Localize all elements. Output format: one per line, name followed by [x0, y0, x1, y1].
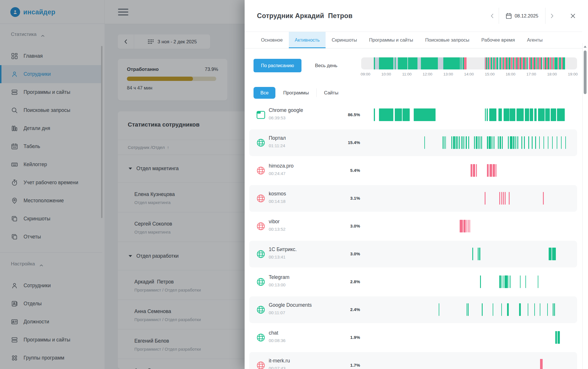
timeline-segment	[529, 57, 531, 69]
timeline-segment	[485, 57, 486, 69]
timeline-segment	[500, 57, 501, 69]
filter-sites-button[interactable]: Сайты	[317, 87, 346, 99]
tab-screenshots[interactable]: Скриншоты	[326, 32, 363, 48]
filter-programs-button[interactable]: Программы	[276, 87, 316, 99]
mode-whole-day-button[interactable]: Весь день	[315, 59, 337, 72]
app-timeline-segment	[557, 108, 565, 121]
app-timeline-segment	[545, 108, 550, 121]
app-timeline-segment	[442, 136, 443, 149]
tab-agents[interactable]: Агенты	[521, 32, 548, 48]
app-activity-row[interactable]: Chrome google06:39:5386.5%	[245, 101, 582, 129]
day-activity-timeline[interactable]	[361, 57, 577, 69]
mode-by-schedule-button[interactable]: По расписанию	[254, 59, 301, 72]
app-timeline-segment	[508, 136, 509, 149]
timeline-segment	[523, 57, 525, 69]
app-timeline-segment	[482, 303, 482, 316]
app-activity-row[interactable]: vibor00:13:523.0%	[245, 212, 582, 240]
timeline-segment	[506, 57, 508, 69]
app-timeline-segment	[489, 136, 491, 149]
timeline-tick-label: 17:00	[526, 72, 536, 76]
app-timeline-segment	[552, 136, 553, 149]
globe-icon	[256, 250, 265, 259]
timeline-segment	[501, 57, 502, 69]
timeline-segment	[508, 57, 509, 69]
app-timeline-segment	[499, 192, 500, 205]
app-timeline-segment	[424, 136, 425, 149]
timeline-segment	[552, 57, 553, 69]
filter-all-button[interactable]: Все	[254, 87, 275, 99]
scrollbar-thumb[interactable]	[584, 51, 587, 94]
app-usage-time: 00:13:52	[269, 227, 285, 232]
app-timeline-segment	[502, 136, 503, 149]
app-timeline-segment	[543, 192, 544, 205]
app-timeline-segment	[528, 303, 528, 316]
app-timeline-segment	[500, 136, 501, 149]
tab-search-queries[interactable]: Поисковые запросы	[419, 32, 475, 48]
app-usage-timeline	[361, 331, 577, 344]
app-activity-row[interactable]: kosmos00:14:183.1%	[245, 184, 582, 212]
timeline-segment	[495, 57, 496, 69]
app-timeline-segment	[487, 136, 488, 149]
timeline-segment	[438, 57, 443, 69]
app-timeline-segment	[466, 220, 467, 232]
app-usage-timeline	[361, 359, 577, 369]
timeline-segment	[543, 57, 545, 69]
timeline-segment	[546, 57, 548, 69]
timeline-segment	[443, 57, 460, 69]
app-timeline-segment	[485, 192, 486, 205]
app-timeline-segment	[461, 136, 463, 149]
app-activity-row[interactable]: Портал01:11:2415.4%	[245, 129, 582, 157]
timeline-tick-label: 09:00	[361, 72, 370, 76]
app-timeline-segment	[379, 108, 393, 121]
tab-main[interactable]: Основное	[255, 32, 289, 48]
scroll-up-arrow-icon[interactable]	[584, 46, 587, 48]
app-name: kosmos	[269, 191, 286, 197]
app-timeline-segment	[476, 136, 477, 149]
app-activity-row[interactable]: Google Documents00:11:072.4%	[245, 296, 582, 324]
app-timeline-segment	[557, 136, 558, 149]
drawer-scrollbar[interactable]	[582, 43, 588, 369]
timeline-segment	[396, 57, 398, 69]
app-usage-timeline	[361, 136, 577, 149]
tab-programs-sites[interactable]: Программы и сайты	[363, 32, 419, 48]
app-timeline-segment	[520, 275, 521, 288]
timeline-segment	[421, 57, 438, 69]
tab-activity[interactable]: Активность	[289, 32, 326, 48]
app-activity-row[interactable]: 1С Битрикс.00:13:413.0%	[245, 240, 582, 268]
app-timeline-segment	[451, 136, 452, 149]
browser-window-icon	[256, 110, 265, 119]
next-day-button[interactable]	[546, 9, 559, 22]
calendar-icon	[506, 13, 512, 19]
timeline-segment	[503, 57, 504, 69]
app-timeline-segment	[521, 136, 522, 149]
timeline-segment	[561, 57, 563, 69]
app-activity-row[interactable]: it-merk.ru00:07:431.7%	[245, 351, 582, 369]
app-usage-percent: 3.0%	[331, 224, 360, 228]
app-timeline-segment	[524, 136, 525, 149]
timeline-segment	[491, 57, 492, 69]
app-timeline-segment	[453, 136, 455, 149]
timeline-segment	[559, 57, 561, 69]
app-timeline-segment	[459, 136, 460, 149]
app-timeline-segment	[490, 164, 492, 177]
app-timeline-segment	[468, 303, 468, 316]
timeline-segment	[563, 57, 565, 69]
timeline-segment	[487, 57, 488, 69]
app-timeline-segment	[494, 136, 494, 149]
drawer-header: Сотрудник Аркадий Петров 08.12.2025	[245, 0, 588, 32]
app-activity-row[interactable]: chat00:08:361.9%	[245, 324, 582, 351]
timeline-tick-label: 16:00	[506, 72, 515, 76]
timeline-tick-label: 13:00	[443, 72, 453, 76]
app-timeline-segment	[457, 136, 458, 149]
drawer-date-button[interactable]: 08.12.2025	[499, 13, 545, 19]
tab-work-time[interactable]: Рабочее время	[475, 32, 521, 48]
app-timeline-segment	[478, 136, 479, 149]
app-activity-row[interactable]: Telegram00:13:002.8%	[245, 268, 582, 296]
close-drawer-button[interactable]	[566, 9, 579, 22]
app-activity-row[interactable]: himoza.pro00:24:475.4%	[245, 157, 582, 184]
app-usage-percent: 15.4%	[331, 140, 360, 145]
app-timeline-segment	[553, 303, 554, 316]
app-timeline-segment	[510, 136, 512, 149]
prev-day-button[interactable]	[486, 9, 499, 22]
modal-overlay[interactable]	[0, 0, 245, 369]
